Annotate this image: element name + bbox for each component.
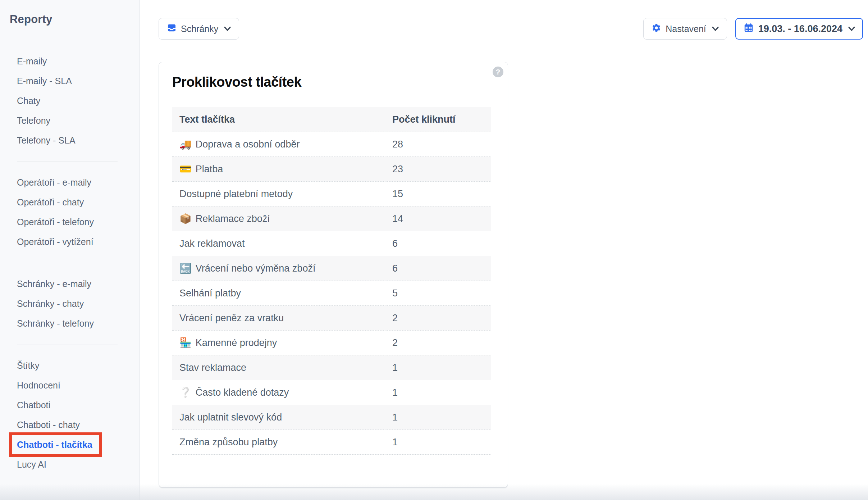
back-arrow-icon: 🔙 <box>179 263 192 274</box>
toolbar-right: Nastavení <box>643 18 863 40</box>
click-count-cell: 15 <box>385 182 491 206</box>
sidebar-item-label: Operátoři - telefony <box>17 217 94 227</box>
click-count-cell: 1 <box>385 430 491 455</box>
sidebar-item-chatboti[interactable]: Chatboti <box>17 395 50 415</box>
sidebar-item-e-maily-sla[interactable]: E-maily - SLA <box>17 71 72 91</box>
button-text-cell: ❔Často kladené dotazy <box>172 380 385 405</box>
date-range-label: 19.03. - 16.06.2024 <box>758 23 842 35</box>
date-range-button[interactable]: 19.03. - 16.06.2024 <box>735 18 863 40</box>
sidebar-item-label: Schránky - chaty <box>17 299 84 309</box>
toolbar: Schránky Nastavení <box>159 18 863 40</box>
sidebar-item-label: Chatboti - chaty <box>17 420 80 430</box>
button-text-cell: Vrácení peněz za vratku <box>172 306 385 331</box>
reporting-app: Reporty E-mailyE-maily - SLAChatyTelefon… <box>0 0 868 500</box>
sidebar-item-label: Štítky <box>17 360 40 371</box>
click-count-cell: 23 <box>385 157 491 182</box>
sidebar-divider <box>17 162 118 162</box>
table-row: 🔙Vrácení nebo výměna zboží6 <box>172 256 491 281</box>
inbox-icon <box>167 23 177 35</box>
report-card: ? Proklikovost tlačítek Text tlačítka Po… <box>159 62 508 487</box>
chevron-down-icon <box>712 27 719 31</box>
sidebar-item-label: Schránky - e-maily <box>17 279 91 289</box>
button-text-label: Vrácení peněz za vratku <box>179 313 284 323</box>
table-row: Jak reklamovat6 <box>172 231 491 256</box>
sidebar-item-operatori-e-maily[interactable]: Operátoři - e-maily <box>17 173 91 192</box>
sidebar-item-e-maily[interactable]: E-maily <box>17 51 47 71</box>
button-text-label: Jak reklamovat <box>179 238 245 249</box>
sidebar-item-telefony[interactable]: Telefony <box>17 111 50 131</box>
sidebar-item-telefony-sla[interactable]: Telefony - SLA <box>17 131 76 150</box>
table-row: Jak uplatnit slevový kód1 <box>172 405 491 430</box>
sidebar-item-chatboti-chaty[interactable]: Chatboti - chaty <box>17 415 80 435</box>
click-count-cell: 1 <box>385 355 491 380</box>
click-count-cell: 6 <box>385 231 491 256</box>
table-row: Stav reklamace1 <box>172 355 491 380</box>
button-text-label: Často kladené dotazy <box>196 387 289 398</box>
button-text-label: Selhání platby <box>179 288 241 299</box>
chevron-down-icon <box>848 27 855 31</box>
button-text-label: Jak uplatnit slevový kód <box>179 412 282 423</box>
button-text-label: Reklamace zboží <box>196 213 270 224</box>
table-row: Vrácení peněz za vratku2 <box>172 306 491 331</box>
help-icon[interactable]: ? <box>493 67 503 77</box>
sidebar-title: Reporty <box>10 13 140 26</box>
sidebar-item-label: Chatboti - tlačítka <box>17 440 92 450</box>
mailbox-scope-button[interactable]: Schránky <box>159 18 239 40</box>
table-row: Selhání platby5 <box>172 281 491 306</box>
sidebar-item-stitky[interactable]: Štítky <box>17 356 40 376</box>
button-text-cell: 📦Reklamace zboží <box>172 206 385 231</box>
table-row: ❔Často kladené dotazy1 <box>172 380 491 405</box>
sidebar-item-schranky-e-maily[interactable]: Schránky - e-maily <box>17 274 91 294</box>
sidebar-item-operatori-vytizeni[interactable]: Operátoři - vytížení <box>17 232 93 252</box>
button-text-label: Dostupné platební metody <box>179 188 293 199</box>
settings-button[interactable]: Nastavení <box>643 18 727 40</box>
button-text-cell: Selhání platby <box>172 281 385 306</box>
table-row: 💳Platba23 <box>172 157 491 182</box>
sidebar-item-label: E-maily <box>17 56 47 67</box>
sidebar-item-hodnoceni[interactable]: Hodnocení <box>17 376 60 395</box>
sidebar-item-schranky-telefony[interactable]: Schránky - telefony <box>17 314 94 333</box>
question-mark-icon: ❔ <box>179 387 192 398</box>
click-count-cell: 14 <box>385 206 491 231</box>
sidebar-item-chatboti-tlacitka[interactable]: Chatboti - tlačítka <box>17 435 92 455</box>
sidebar-divider <box>17 345 118 345</box>
button-text-label: Platba <box>196 164 223 174</box>
settings-label: Nastavení <box>666 24 706 34</box>
button-text-label: Změna způsobu platby <box>179 437 278 447</box>
click-count-cell: 1 <box>385 380 491 405</box>
sidebar-item-label: Operátoři - e-maily <box>17 177 91 188</box>
button-text-label: Stav reklamace <box>179 362 246 373</box>
package-icon: 📦 <box>179 213 192 224</box>
button-text-cell: 🔙Vrácení nebo výměna zboží <box>172 256 385 281</box>
sidebar-item-label: Telefony <box>17 115 50 126</box>
truck-icon: 🚚 <box>179 139 192 150</box>
click-count-cell: 5 <box>385 281 491 306</box>
sidebar-divider <box>17 263 118 263</box>
sidebar-item-lucy-ai[interactable]: Lucy AI <box>17 455 46 474</box>
button-text-cell: Stav reklamace <box>172 355 385 380</box>
main-content: Schránky Nastavení <box>140 0 868 500</box>
button-text-cell: Jak reklamovat <box>172 231 385 256</box>
table-row: 📦Reklamace zboží14 <box>172 206 491 231</box>
button-text-cell: 🏪Kamenné prodejny <box>172 331 385 355</box>
column-header-click-count: Počet kliknutí <box>385 107 491 132</box>
table-header-row: Text tlačítka Počet kliknutí <box>172 107 491 132</box>
chevron-down-icon <box>224 27 231 31</box>
sidebar-item-label: Hodnocení <box>17 380 60 391</box>
button-text-cell: 💳Platba <box>172 157 385 182</box>
sidebar-item-label: Operátoři - vytížení <box>17 237 93 247</box>
sidebar-item-label: E-maily - SLA <box>17 76 72 86</box>
sidebar-item-schranky-chaty[interactable]: Schránky - chaty <box>17 294 84 314</box>
column-header-button-text: Text tlačítka <box>172 107 385 132</box>
button-text-label: Vrácení nebo výměna zboží <box>196 263 316 274</box>
button-text-label: Doprava a osobní odběr <box>196 139 300 150</box>
click-count-cell: 28 <box>385 132 491 157</box>
sidebar-item-chaty[interactable]: Chaty <box>17 91 40 111</box>
sidebar-item-operatori-chaty[interactable]: Operátoři - chaty <box>17 192 84 212</box>
table-row: 🏪Kamenné prodejny2 <box>172 331 491 355</box>
convenience-store-icon: 🏪 <box>179 337 192 348</box>
sidebar-item-operatori-telefony[interactable]: Operátoři - telefony <box>17 212 94 232</box>
credit-card-icon: 💳 <box>179 164 192 174</box>
calendar-icon <box>743 22 754 36</box>
button-text-label: Kamenné prodejny <box>196 337 277 348</box>
